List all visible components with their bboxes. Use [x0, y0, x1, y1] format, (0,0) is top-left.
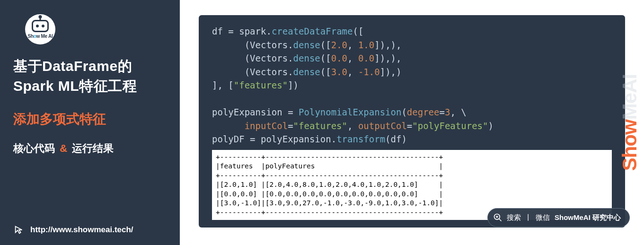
code-card: df = spark.createDataFrame([ (Vectors.de…	[199, 15, 625, 228]
subtitle: 添加多项式特征	[13, 110, 167, 128]
pill-label2: 微信	[536, 213, 550, 222]
watermark-part1: Show	[618, 120, 641, 171]
code-block: df = spark.createDataFrame([ (Vectors.de…	[212, 25, 612, 146]
robot-icon	[32, 20, 49, 32]
logo-text: Show Me AI	[28, 34, 53, 39]
description: 核心代码 & 运行结果	[13, 141, 167, 156]
desc-right: 运行结果	[72, 142, 114, 154]
url-text[interactable]: http://www.showmeai.tech/	[30, 225, 133, 235]
pill-label1: 搜索	[507, 213, 521, 222]
main: df = spark.createDataFrame([ (Vectors.de…	[180, 0, 644, 245]
title-line2: Spark ML特征工程	[13, 78, 137, 94]
desc-left: 核心代码	[13, 142, 55, 154]
watermark: ShowMeAI	[618, 74, 641, 171]
logo-circle: Show Me AI	[25, 14, 55, 44]
url-row: http://www.showmeai.tech/	[13, 224, 167, 236]
page-title: 基于DataFrame的 Spark ML特征工程	[13, 56, 167, 96]
search-pill[interactable]: 搜索 丨 微信 ShowMeAI 研究中心	[487, 208, 630, 227]
search-icon	[493, 212, 503, 223]
pill-sep: 丨	[525, 213, 532, 222]
pill-strong: ShowMeAI 研究中心	[555, 213, 621, 222]
sidebar: Show Me AI 基于DataFrame的 Spark ML特征工程 添加多…	[0, 0, 180, 245]
svg-line-1	[499, 219, 501, 221]
desc-amp: &	[60, 142, 67, 154]
watermark-part2: MeAI	[618, 74, 641, 120]
cursor-icon	[13, 224, 25, 236]
logo: Show Me AI	[25, 14, 167, 44]
title-line1: 基于DataFrame的	[13, 58, 132, 74]
